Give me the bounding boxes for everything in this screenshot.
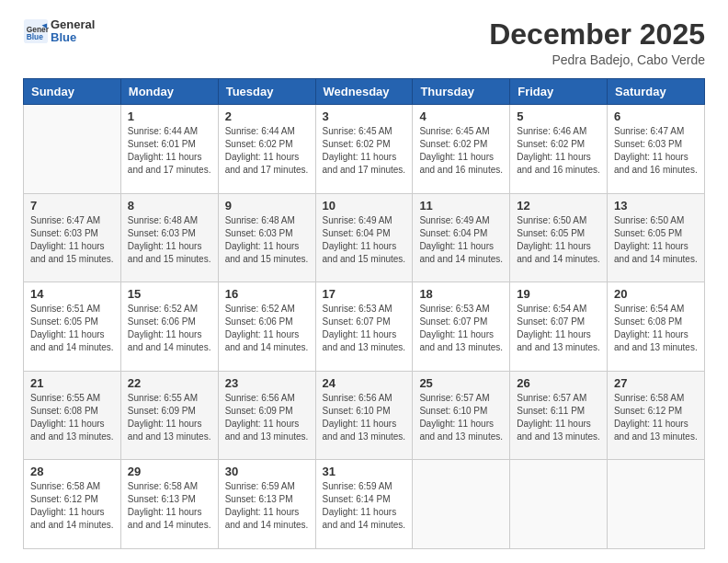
day-number: 31 xyxy=(323,465,406,478)
sunrise-text: Sunrise: 6:59 AM xyxy=(225,480,309,493)
sunrise-text: Sunrise: 6:52 AM xyxy=(225,303,309,316)
day-number: 8 xyxy=(128,199,211,213)
table-row xyxy=(24,105,121,194)
sunset-text: Sunset: 6:14 PM xyxy=(323,493,406,506)
sunrise-text: Sunrise: 6:57 AM xyxy=(419,392,503,405)
day-info: Sunrise: 6:48 AMSunset: 6:03 PMDaylight:… xyxy=(225,214,309,266)
table-row xyxy=(510,460,608,549)
day-number: 9 xyxy=(225,199,309,213)
daylight-text: Daylight: 11 hoursand and 15 minutes. xyxy=(128,240,211,266)
day-info: Sunrise: 6:47 AMSunset: 6:03 PMDaylight:… xyxy=(30,214,114,266)
daylight-text: Daylight: 11 hoursand and 14 minutes. xyxy=(419,240,503,266)
day-info: Sunrise: 6:58 AMSunset: 6:12 PMDaylight:… xyxy=(614,392,698,443)
sunset-text: Sunset: 6:01 PM xyxy=(128,138,211,151)
table-row: 16Sunrise: 6:52 AMSunset: 6:06 PMDayligh… xyxy=(218,282,315,372)
daylight-text: Daylight: 11 hoursand and 13 minutes. xyxy=(614,418,698,443)
table-row: 5Sunrise: 6:46 AMSunset: 6:02 PMDaylight… xyxy=(510,105,608,194)
day-info: Sunrise: 6:58 AMSunset: 6:12 PMDaylight:… xyxy=(30,480,114,532)
table-row: 25Sunrise: 6:57 AMSunset: 6:10 PMDayligh… xyxy=(413,371,510,460)
calendar-week-row: 1Sunrise: 6:44 AMSunset: 6:01 PMDaylight… xyxy=(24,105,705,194)
daylight-text: Daylight: 11 hoursand and 15 minutes. xyxy=(323,240,406,266)
day-info: Sunrise: 6:53 AMSunset: 6:07 PMDaylight:… xyxy=(419,303,503,354)
day-number: 11 xyxy=(419,199,503,213)
sunrise-text: Sunrise: 6:50 AM xyxy=(614,214,698,227)
sunrise-text: Sunrise: 6:44 AM xyxy=(128,125,211,138)
day-number: 7 xyxy=(30,199,114,213)
daylight-text: Daylight: 11 hoursand and 13 minutes. xyxy=(517,328,600,354)
daylight-text: Daylight: 11 hoursand and 14 minutes. xyxy=(128,328,211,354)
table-row: 21Sunrise: 6:55 AMSunset: 6:08 PMDayligh… xyxy=(24,371,121,460)
sunset-text: Sunset: 6:08 PM xyxy=(30,405,114,418)
sunrise-text: Sunrise: 6:44 AM xyxy=(225,125,309,138)
table-row: 19Sunrise: 6:54 AMSunset: 6:07 PMDayligh… xyxy=(510,282,608,372)
table-row xyxy=(608,460,705,549)
sunrise-text: Sunrise: 6:49 AM xyxy=(419,214,503,227)
day-number: 12 xyxy=(517,199,600,213)
table-row: 24Sunrise: 6:56 AMSunset: 6:10 PMDayligh… xyxy=(315,371,413,460)
day-info: Sunrise: 6:47 AMSunset: 6:03 PMDaylight:… xyxy=(614,125,698,177)
sunrise-text: Sunrise: 6:48 AM xyxy=(225,214,309,227)
sunset-text: Sunset: 6:04 PM xyxy=(419,227,503,240)
sunrise-text: Sunrise: 6:53 AM xyxy=(323,303,406,316)
sunset-text: Sunset: 6:05 PM xyxy=(517,227,600,240)
logo-blue-text: Blue xyxy=(51,31,95,44)
sunrise-text: Sunrise: 6:56 AM xyxy=(225,392,309,405)
table-row: 23Sunrise: 6:56 AMSunset: 6:09 PMDayligh… xyxy=(218,371,315,460)
day-number: 5 xyxy=(517,109,600,123)
sunset-text: Sunset: 6:07 PM xyxy=(419,316,503,328)
day-number: 23 xyxy=(225,376,309,390)
sunset-text: Sunset: 6:04 PM xyxy=(323,227,406,240)
table-row: 1Sunrise: 6:44 AMSunset: 6:01 PMDaylight… xyxy=(120,105,218,194)
daylight-text: Daylight: 11 hoursand and 16 minutes. xyxy=(517,151,600,177)
sunrise-text: Sunrise: 6:58 AM xyxy=(30,480,114,493)
table-row: 10Sunrise: 6:49 AMSunset: 6:04 PMDayligh… xyxy=(315,193,413,282)
day-info: Sunrise: 6:55 AMSunset: 6:08 PMDaylight:… xyxy=(30,392,114,443)
day-info: Sunrise: 6:44 AMSunset: 6:02 PMDaylight:… xyxy=(225,125,309,177)
sunrise-text: Sunrise: 6:49 AM xyxy=(323,214,406,227)
table-row: 3Sunrise: 6:45 AMSunset: 6:02 PMDaylight… xyxy=(315,105,413,194)
daylight-text: Daylight: 11 hoursand and 13 minutes. xyxy=(323,418,406,443)
table-row: 29Sunrise: 6:58 AMSunset: 6:13 PMDayligh… xyxy=(120,460,218,549)
day-info: Sunrise: 6:59 AMSunset: 6:13 PMDaylight:… xyxy=(225,480,309,532)
svg-text:Blue: Blue xyxy=(27,33,43,42)
day-number: 1 xyxy=(128,109,211,123)
title-section: December 2025 Pedra Badejo, Cabo Verde xyxy=(489,18,705,67)
header-friday: Friday xyxy=(510,79,608,105)
day-number: 18 xyxy=(419,287,503,301)
daylight-text: Daylight: 11 hoursand and 14 minutes. xyxy=(30,328,114,354)
daylight-text: Daylight: 11 hoursand and 14 minutes. xyxy=(30,506,114,532)
sunset-text: Sunset: 6:10 PM xyxy=(419,405,503,418)
daylight-text: Daylight: 11 hoursand and 17 minutes. xyxy=(128,151,211,177)
logo-text: General Blue xyxy=(51,18,95,45)
day-number: 22 xyxy=(128,376,211,390)
sunrise-text: Sunrise: 6:52 AM xyxy=(128,303,211,316)
day-number: 3 xyxy=(323,109,406,123)
daylight-text: Daylight: 11 hoursand and 14 minutes. xyxy=(323,506,406,532)
sunset-text: Sunset: 6:03 PM xyxy=(128,227,211,240)
daylight-text: Daylight: 11 hoursand and 14 minutes. xyxy=(128,506,211,532)
sunrise-text: Sunrise: 6:59 AM xyxy=(323,480,406,493)
day-info: Sunrise: 6:51 AMSunset: 6:05 PMDaylight:… xyxy=(30,303,114,354)
table-row: 13Sunrise: 6:50 AMSunset: 6:05 PMDayligh… xyxy=(608,193,705,282)
table-row xyxy=(413,460,510,549)
header-monday: Monday xyxy=(120,79,218,105)
table-row: 27Sunrise: 6:58 AMSunset: 6:12 PMDayligh… xyxy=(608,371,705,460)
table-row: 30Sunrise: 6:59 AMSunset: 6:13 PMDayligh… xyxy=(218,460,315,549)
page: General Blue General Blue December 2025 … xyxy=(0,0,728,563)
day-number: 10 xyxy=(323,199,406,213)
location: Pedra Badejo, Cabo Verde xyxy=(489,52,705,67)
day-info: Sunrise: 6:50 AMSunset: 6:05 PMDaylight:… xyxy=(517,214,600,266)
calendar-week-row: 14Sunrise: 6:51 AMSunset: 6:05 PMDayligh… xyxy=(24,282,705,372)
daylight-text: Daylight: 11 hoursand and 13 minutes. xyxy=(323,328,406,354)
sunrise-text: Sunrise: 6:47 AM xyxy=(30,214,114,227)
day-info: Sunrise: 6:44 AMSunset: 6:01 PMDaylight:… xyxy=(128,125,211,177)
month-title: December 2025 xyxy=(489,18,705,51)
sunset-text: Sunset: 6:13 PM xyxy=(225,493,309,506)
sunrise-text: Sunrise: 6:58 AM xyxy=(128,480,211,493)
sunset-text: Sunset: 6:03 PM xyxy=(30,227,114,240)
sunrise-text: Sunrise: 6:55 AM xyxy=(30,392,114,405)
sunset-text: Sunset: 6:02 PM xyxy=(225,138,309,151)
day-info: Sunrise: 6:53 AMSunset: 6:07 PMDaylight:… xyxy=(323,303,406,354)
sunset-text: Sunset: 6:03 PM xyxy=(614,138,698,151)
sunrise-text: Sunrise: 6:51 AM xyxy=(30,303,114,316)
